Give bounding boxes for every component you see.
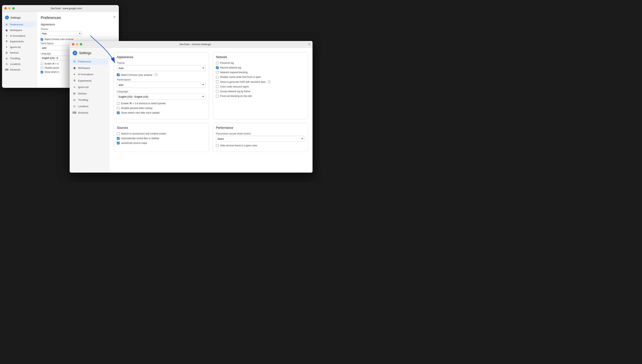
sidebar-item-locations-2[interactable]: ⊙ Locations xyxy=(70,103,109,110)
network-heading: Network xyxy=(216,56,305,59)
shortcut-checkbox-row-2: Enable ⌘ + 1-9 shortcut to switch panels xyxy=(117,102,206,105)
panel-layout-select-2[interactable]: auto xyxy=(117,82,206,88)
sidebar-item-devices-1[interactable]: ⊞ Devices xyxy=(2,50,37,56)
sources-heading: Sources xyxy=(117,126,206,130)
minimize-traffic-light-1[interactable] xyxy=(8,7,11,10)
har-help-icon[interactable]: ? xyxy=(268,80,271,83)
sidebar-item-ignorelist-2[interactable]: ≡ Ignore list xyxy=(70,84,109,90)
titlebar-1-title: DevTools - www.google.com/ xyxy=(16,7,117,10)
sidebar-item-shortcuts-2[interactable]: ⌨ Shortcuts xyxy=(70,110,109,116)
appearance-card: Appearance Theme: Auto Match Chrome colo… xyxy=(114,52,209,119)
whats-new-label-2: Show what's new after each update xyxy=(121,111,160,114)
har-sensitive-checkbox[interactable] xyxy=(216,80,219,83)
sidebar-item-ignorelist-1[interactable]: ≡ Ignore list xyxy=(2,44,37,50)
pause-overlay-checkbox-2[interactable] xyxy=(117,107,120,110)
theme-select-1[interactable]: Auto xyxy=(41,31,82,36)
match-chrome-label-1: Match Chrome color scheme xyxy=(45,38,73,40)
sidebar-item-shortcuts-1[interactable]: ⌨ Shortcuts xyxy=(2,67,37,72)
minimize-traffic-light-2[interactable] xyxy=(76,43,78,46)
experiments-icon-2: ⚗ xyxy=(73,79,76,82)
match-chrome-checkbox-2[interactable] xyxy=(117,74,120,76)
sidebar-1-header: ⚙ Settings xyxy=(2,14,37,22)
close-button-2[interactable]: × xyxy=(308,42,310,46)
experiments-icon-1: ⚗ xyxy=(5,40,8,43)
shortcut-checkbox-2[interactable] xyxy=(117,102,120,105)
sidebar-item-experiments-1[interactable]: ⚗ Experiments xyxy=(2,38,37,44)
language-label-2: Language: xyxy=(117,90,206,93)
sidebar-label-workspace-1: Workspace xyxy=(10,29,22,32)
js-source-maps-row: JavaScript source maps xyxy=(117,142,206,144)
sidebar-2-header: ⚙ Settings xyxy=(70,51,109,58)
sidebar-label-throttling-2: Throttling xyxy=(78,98,88,101)
sidebar-label-devices-1: Devices xyxy=(10,51,19,54)
close-traffic-light-1[interactable] xyxy=(4,7,7,10)
language-select-2[interactable]: English (US) - English (US) xyxy=(117,94,206,100)
group-network-checkbox[interactable] xyxy=(216,90,219,93)
preserve-log-label: Preserve log xyxy=(220,62,234,64)
maximize-traffic-light-1[interactable] xyxy=(12,7,15,10)
force-ad-checkbox[interactable] xyxy=(216,95,219,98)
disable-cache-checkbox[interactable] xyxy=(216,76,219,78)
sidebar-1: ⚙ Settings ⚙ Preferences ▣ Workspace ✦ A… xyxy=(2,12,37,88)
sidebar-item-workspace-2[interactable]: ▣ Workspace xyxy=(70,65,109,71)
hide-chrome-checkbox[interactable] xyxy=(216,144,219,147)
match-chrome-row-2: Match Chrome color scheme ? xyxy=(117,73,206,76)
sidebar-item-experiments-2[interactable]: ⚗ Experiments xyxy=(70,78,109,84)
hide-chrome-row: Hide chrome frame in Layers view xyxy=(216,144,305,147)
sidebar-label-workspace-2: Workspace xyxy=(78,66,90,70)
sidebar-label-ignorelist-2: Ignore list xyxy=(78,86,89,88)
sidebar-item-devices-2[interactable]: ⊞ Devices xyxy=(70,90,109,97)
page-title-1: Preferences xyxy=(41,16,115,20)
shortcut-label-2: Enable ⌘ + 1-9 shortcut to switch panels xyxy=(121,102,166,105)
har-sensitive-row: Allow to generate HAR with sensitive dat… xyxy=(216,80,305,83)
devtools-window-2: DevTools - chrome://settings/ × ⚙ Settin… xyxy=(70,41,313,172)
theme-label-2: Theme: xyxy=(117,62,206,64)
flamechart-select[interactable]: Zoom xyxy=(216,136,305,142)
sidebar-item-preferences-2[interactable]: ⚙ Preferences xyxy=(71,58,108,65)
whats-new-checkbox-2[interactable] xyxy=(117,112,120,114)
sidebar-item-preferences-1[interactable]: ⚙ Preferences xyxy=(3,22,36,27)
match-chrome-help-icon[interactable]: ? xyxy=(155,73,158,76)
theme-select-2[interactable]: Auto xyxy=(117,65,206,71)
sidebar-label-ignorelist-1: Ignore list xyxy=(10,46,21,48)
pause-overlay-row-2: Disable paused state overlay xyxy=(117,106,206,110)
sidebar-label-throttling-1: Throttling xyxy=(10,57,20,60)
preferences-icon-2: ⚙ xyxy=(73,60,76,63)
titlebar-2: DevTools - chrome://settings/ × xyxy=(70,41,313,48)
checkbox2-1[interactable] xyxy=(41,67,43,69)
settings-icon-2: ⚙ xyxy=(73,51,77,55)
close-button-1[interactable]: × xyxy=(113,15,115,18)
sidebar-item-throttling-2[interactable]: ◎ Throttling xyxy=(70,97,109,103)
auto-reveal-checkbox[interactable] xyxy=(117,137,120,140)
anonymous-search-checkbox[interactable] xyxy=(117,132,120,135)
sidebar-label-preferences-1: Preferences xyxy=(10,23,23,26)
workspace-icon-1: ▣ xyxy=(5,28,8,32)
anonymous-search-label: Search in anonymous and content scripts xyxy=(121,132,166,135)
maximize-traffic-light-2[interactable] xyxy=(80,43,82,46)
js-source-maps-checkbox[interactable] xyxy=(117,142,120,144)
record-network-checkbox[interactable] xyxy=(216,66,219,69)
preserve-log-row: Preserve log xyxy=(216,62,305,64)
record-network-label: Record network log xyxy=(220,66,241,69)
sidebar-item-ai-1[interactable]: ✦ AI innovations xyxy=(2,33,37,38)
sidebar-label-experiments-1: Experiments xyxy=(10,40,24,43)
checkbox3-1[interactable] xyxy=(41,71,43,73)
request-blocking-checkbox[interactable] xyxy=(216,71,219,74)
preserve-log-checkbox[interactable] xyxy=(216,62,219,64)
sidebar-item-ai-2[interactable]: ✦ AI innovations xyxy=(70,71,109,78)
match-chrome-checkbox-1[interactable] xyxy=(41,38,43,40)
sidebar-item-locations-1[interactable]: ⊙ Locations xyxy=(2,61,37,67)
checkbox1-label-1: Enable ⌘ + 1- xyxy=(45,62,59,65)
sidebar-item-workspace-1[interactable]: ▣ Workspace xyxy=(2,27,37,33)
sidebar-label-shortcuts-2: Shortcuts xyxy=(78,111,88,114)
locations-icon-1: ⊙ xyxy=(5,62,8,66)
har-sensitive-label: Allow to generate HAR with sensitive dat… xyxy=(220,80,266,83)
throttling-icon-1: ◎ xyxy=(5,57,8,60)
shortcuts-icon-1: ⌨ xyxy=(5,68,8,71)
sidebar-item-throttling-1[interactable]: ◎ Throttling xyxy=(2,56,37,61)
devices-icon-2: ⊞ xyxy=(73,92,76,95)
close-traffic-light-2[interactable] xyxy=(72,43,74,46)
group-network-label: Group network log by frame xyxy=(220,90,250,93)
color-code-checkbox[interactable] xyxy=(216,85,219,88)
checkbox1-1[interactable] xyxy=(41,62,43,65)
